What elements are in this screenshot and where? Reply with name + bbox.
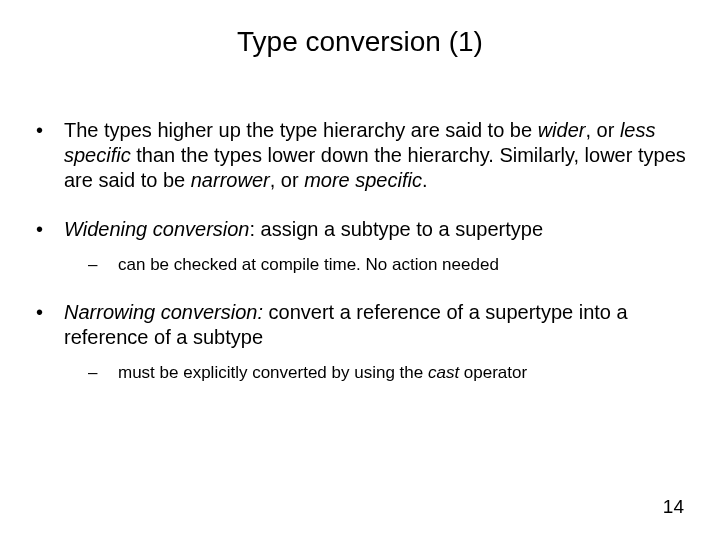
bullet-list: The types higher up the type hierarchy a… [30, 118, 690, 384]
sub-list: must be explicitly converted by using th… [64, 362, 690, 384]
slide: Type conversion (1) The types higher up … [0, 0, 720, 540]
slide-body: The types higher up the type hierarchy a… [30, 118, 690, 408]
sub-list: can be checked at compile time. No actio… [64, 254, 690, 276]
slide-title: Type conversion (1) [0, 26, 720, 58]
bullet-item-3: Narrowing conversion: convert a referenc… [30, 300, 690, 384]
emph-more-specific: more specific [304, 169, 422, 191]
text: : assign a subtype to a supertype [249, 218, 543, 240]
emph-narrower: narrower [191, 169, 270, 191]
sub-bullet-item: must be explicitly converted by using th… [64, 362, 690, 384]
bullet-item-1: The types higher up the type hierarchy a… [30, 118, 690, 193]
text: The types higher up the type hierarchy a… [64, 119, 538, 141]
emph-wider: wider [538, 119, 586, 141]
emph-cast: cast [428, 363, 459, 382]
text: must be explicitly converted by using th… [118, 363, 428, 382]
text: , or [585, 119, 619, 141]
text: . [422, 169, 428, 191]
text: , or [270, 169, 304, 191]
sub-bullet-item: can be checked at compile time. No actio… [64, 254, 690, 276]
bullet-item-2: Widening conversion: assign a subtype to… [30, 217, 690, 276]
emph-narrowing: Narrowing conversion: [64, 301, 263, 323]
text: can be checked at compile time. No actio… [118, 255, 499, 274]
emph-widening: Widening conversion [64, 218, 249, 240]
text: operator [459, 363, 527, 382]
page-number: 14 [663, 496, 684, 518]
